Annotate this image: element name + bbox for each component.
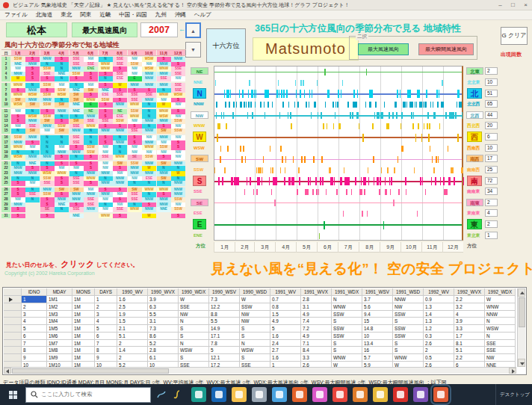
scroll-left-button[interactable] — [4, 368, 11, 374]
calendar-cell[interactable]: N — [142, 181, 156, 186]
calendar-cell[interactable]: S — [171, 98, 185, 103]
grid-cell[interactable]: 8.4 — [301, 347, 332, 354]
grid-row-header[interactable] — [4, 311, 22, 318]
calendar-cell[interactable]: S — [55, 161, 69, 167]
calendar-cell[interactable]: SSE — [40, 72, 55, 77]
calendar-cell[interactable]: SSW — [99, 98, 113, 103]
calendar-cell[interactable]: N — [69, 155, 84, 160]
grid-cell[interactable]: 1M3 — [47, 311, 72, 318]
calendar-cell[interactable]: NE — [84, 109, 98, 114]
grid-column-header[interactable]: 1990_WDX — [179, 288, 209, 296]
calendar-cell[interactable]: NNW — [69, 197, 84, 202]
calendar-cell[interactable]: NW — [171, 202, 185, 208]
grid-cell[interactable]: 1M9 — [47, 354, 72, 362]
grid-column-header[interactable]: 1990_WV — [117, 288, 148, 296]
calendar-cell[interactable]: N — [157, 166, 171, 171]
calendar-cell[interactable]: N — [171, 176, 185, 182]
calendar-cell[interactable]: NNW — [157, 202, 171, 208]
calendar-cell[interactable]: NW — [99, 161, 113, 167]
calendar-cell[interactable]: S — [99, 114, 113, 120]
calendar-cell[interactable]: ESE — [142, 176, 156, 182]
calendar-cell[interactable]: SSE — [113, 62, 127, 67]
calendar-cell[interactable]: S — [99, 124, 113, 129]
grid-cell[interactable]: 5 — [270, 325, 301, 333]
calendar-cell[interactable]: SSE — [128, 192, 142, 197]
calendar-cell[interactable]: N — [128, 181, 142, 186]
grid-cell[interactable]: W — [485, 296, 516, 303]
grid-column-header[interactable]: 1991_WV — [270, 288, 301, 296]
calendar-cell[interactable]: NNW — [69, 192, 84, 197]
calendar-cell[interactable]: S — [40, 109, 55, 114]
calendar-cell[interactable]: W — [11, 76, 25, 81]
calendar-cell[interactable]: SSW — [128, 62, 142, 67]
calendar-cell[interactable]: SW — [84, 88, 98, 93]
calendar-cell[interactable]: NNW — [113, 176, 127, 182]
calendar-cell[interactable]: SSE — [128, 129, 142, 134]
calendar-cell[interactable]: NNW — [55, 109, 69, 114]
grid-cell[interactable]: NNE — [485, 362, 516, 367]
calendar-cell[interactable]: NNW — [142, 171, 156, 176]
close-button[interactable]: × — [519, 0, 532, 10]
calendar-cell[interactable]: S — [113, 197, 127, 202]
calendar-cell[interactable]: NW — [128, 176, 142, 182]
calendar-cell[interactable]: S — [11, 88, 25, 93]
calendar-cell[interactable]: S — [11, 214, 25, 219]
calendar-cell[interactable]: SW — [157, 161, 171, 167]
calendar-cell[interactable]: SSE — [113, 207, 127, 212]
grid-cell[interactable]: 1M1 — [47, 296, 72, 303]
calendar-cell[interactable]: NNW — [113, 102, 127, 108]
calendar-cell[interactable]: S — [40, 166, 55, 171]
grid-cell[interactable]: 15 — [362, 318, 393, 325]
start-button[interactable] — [0, 384, 25, 405]
calendar-cell[interactable]: NW — [171, 155, 185, 160]
grid-row-header[interactable] — [4, 354, 22, 362]
calendar-cell[interactable]: WNW — [84, 176, 98, 182]
calendar-cell[interactable]: NNW — [69, 129, 84, 134]
calendar-cell[interactable]: NNW — [157, 62, 171, 67]
grid-cell[interactable]: WSW — [485, 325, 516, 333]
calendar-cell[interactable]: ESE — [113, 114, 127, 120]
calendar-cell[interactable]: N — [99, 202, 113, 208]
grid-cell[interactable]: 2.8 — [301, 296, 332, 303]
grid-cell[interactable]: 0.5 — [424, 354, 454, 362]
calendar-cell[interactable]: NNW — [142, 161, 156, 167]
calendar-cell[interactable]: NNW — [171, 161, 185, 167]
calendar-cell[interactable]: SSE — [171, 67, 185, 72]
calendar-cell[interactable]: WNW — [99, 62, 113, 67]
grid-cell[interactable]: 2.4 — [270, 340, 301, 347]
calendar-cell[interactable]: S — [11, 114, 25, 120]
grid-cell[interactable]: 3.1 — [148, 318, 179, 325]
calendar-cell[interactable]: N — [11, 129, 25, 134]
calendar-cell[interactable]: NW — [11, 124, 25, 129]
calendar-cell[interactable]: NNW — [142, 72, 156, 77]
calendar-cell[interactable]: S — [25, 72, 40, 77]
menu-item[interactable]: 九州 — [155, 11, 167, 19]
grid-cell[interactable]: 1.4 — [424, 311, 454, 318]
grid-column-header[interactable]: MONS — [72, 288, 95, 296]
grid-cell[interactable]: 9 — [22, 354, 47, 362]
grid-cell[interactable]: 2 — [424, 347, 454, 354]
grid-cell[interactable]: 2.8 — [148, 347, 179, 354]
calendar-cell[interactable]: N — [142, 192, 156, 197]
year-down-button[interactable]: ▼ — [185, 42, 201, 58]
grid-cell[interactable]: 10 — [95, 362, 117, 367]
calendar-cell[interactable]: NNW — [25, 88, 40, 93]
calendar-cell[interactable]: NW — [128, 67, 142, 72]
calendar-cell[interactable]: SSE — [171, 88, 185, 93]
grid-cell[interactable]: 12.2 — [209, 303, 240, 311]
calendar-cell[interactable]: WNW — [11, 145, 25, 150]
grid-cell[interactable]: 8.8 — [209, 311, 240, 318]
grid-cell[interactable]: 4.9 — [301, 311, 332, 318]
grid-row-header[interactable] — [4, 362, 22, 367]
calendar-cell[interactable]: SSE — [84, 202, 98, 208]
calendar-cell[interactable]: N — [142, 114, 156, 120]
orange-app-icon[interactable] — [292, 387, 307, 402]
calendar-cell[interactable]: NW — [142, 135, 156, 140]
grid-cell[interactable]: 1M7 — [47, 340, 72, 347]
calendar-cell[interactable]: S — [99, 72, 113, 77]
calendar-cell[interactable]: NNW — [142, 207, 156, 212]
calendar-cell[interactable]: SSW — [142, 155, 156, 160]
grid-cell[interactable]: 1M5 — [47, 325, 72, 333]
calendar-cell[interactable]: NNW — [40, 155, 55, 160]
calendar-cell[interactable]: NNW — [55, 150, 69, 155]
